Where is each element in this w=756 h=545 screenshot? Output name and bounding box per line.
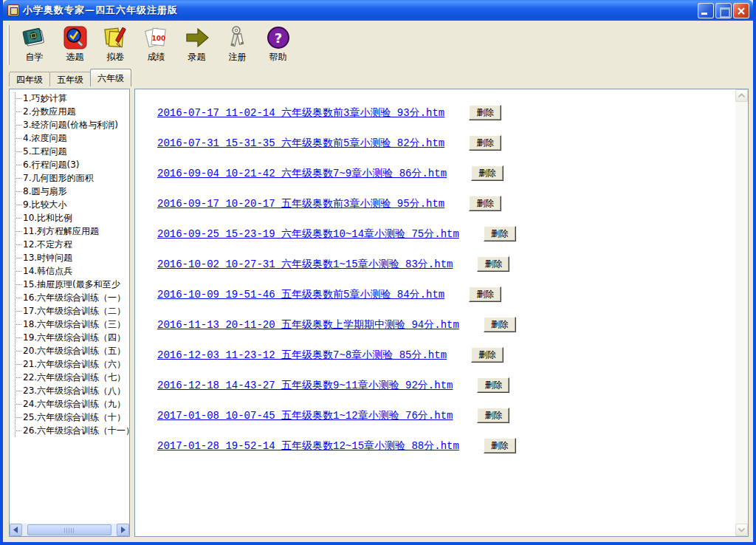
- result-file-link[interactable]: 2016-09-25_15-23-19_六年级奥数10~14章小测验_75分.h…: [157, 227, 459, 241]
- tree-item[interactable]: 20.六年级综合训练（五）: [11, 344, 129, 357]
- tree-connector-icon: [15, 417, 21, 418]
- result-row: 2016-12-03_11-23-12_五年级奥数7~8章小测验_85分.htm…: [157, 340, 748, 370]
- delete-button[interactable]: 删除: [477, 377, 509, 393]
- tree-item-label: 13.时钟问题: [23, 251, 72, 264]
- tree-item[interactable]: 21.六年级综合训练（六）: [11, 357, 129, 371]
- result-file-link[interactable]: 2016-07-17_11-02-14_六年级奥数前3章小测验_93分.htm: [157, 106, 444, 120]
- tree-connector-icon: [15, 311, 21, 312]
- toolbar-label: 成绩: [148, 52, 165, 62]
- result-row: 2017-01-28_19-52-14_五年级奥数12~15章小测验_88分.h…: [157, 431, 748, 461]
- tree-item[interactable]: 12.不定方程: [11, 238, 129, 251]
- tree-item-label: 24.六年级综合训练（九）: [23, 397, 126, 411]
- result-file-link[interactable]: 2017-01-08_10-07-45_五年级奥数1~12章小测验_76分.ht…: [157, 409, 453, 422]
- tree-connector-icon: [15, 191, 21, 192]
- result-file-link[interactable]: 2016-09-17_10-20-17_五年级奥数前3章小测验_95分.htm: [157, 197, 444, 210]
- scroll-left-arrow[interactable]: [10, 524, 22, 536]
- paper-pen-icon: [103, 24, 129, 51]
- tree-item[interactable]: 23.六年级综合训练（八）: [11, 384, 129, 397]
- tree-item[interactable]: 13.时钟问题: [11, 251, 129, 264]
- toolbar-button-select-topic[interactable]: 选题: [55, 24, 95, 65]
- tree-item[interactable]: 22.六年级综合训练（七）: [11, 371, 129, 384]
- delete-button[interactable]: 删除: [469, 196, 501, 211]
- tree-item[interactable]: 9.比较大小: [11, 198, 129, 211]
- vertical-scrollbar[interactable]: [735, 89, 748, 536]
- result-row: 2016-10-09_19-51-46_五年级奥数前5章小测验_84分.htm删…: [157, 279, 748, 309]
- horizontal-scrollbar[interactable]: [10, 524, 129, 536]
- horizontal-scrollbar-thumb[interactable]: [27, 524, 111, 535]
- delete-button[interactable]: 删除: [484, 317, 516, 332]
- tree-item[interactable]: 4.浓度问题: [11, 131, 129, 145]
- tree-item[interactable]: 10.比和比例: [11, 211, 129, 224]
- tree-item[interactable]: 1.巧妙计算: [11, 92, 129, 105]
- maximize-button[interactable]: [715, 3, 732, 18]
- toolbar-button-self-study[interactable]: 自学: [14, 24, 55, 65]
- tree-item[interactable]: 24.六年级综合训练（九）: [11, 397, 129, 411]
- tree-item[interactable]: 3.经济问题(价格与利润): [11, 118, 129, 131]
- tree-connector-icon: [15, 271, 21, 272]
- tree-item[interactable]: 19.六年级综合训练（四）: [11, 331, 129, 344]
- toolbar-button-scores[interactable]: 100 成绩: [136, 24, 176, 65]
- close-button[interactable]: [733, 3, 749, 18]
- tab-grade-5[interactable]: 五年级: [49, 72, 91, 86]
- delete-button[interactable]: 删除: [477, 256, 509, 272]
- delete-button[interactable]: 删除: [477, 408, 509, 423]
- tree-item-label: 1.巧妙计算: [23, 92, 66, 105]
- delete-button[interactable]: 删除: [469, 105, 501, 120]
- book-icon: [21, 24, 48, 51]
- toolbar-button-register[interactable]: 注册: [217, 24, 258, 65]
- result-file-link[interactable]: 2017-01-28_19-52-14_五年级奥数12~15章小测验_88分.h…: [157, 439, 459, 453]
- tree-item[interactable]: 8.圆与扇形: [11, 185, 129, 198]
- delete-button[interactable]: 删除: [471, 165, 504, 181]
- tree-item[interactable]: 17.六年级综合训练（二）: [11, 304, 129, 318]
- tree-item[interactable]: 14.韩信点兵: [11, 264, 129, 278]
- result-file-link[interactable]: 2016-10-02_10-27-31_六年级奥数1~15章小测验_83分.ht…: [157, 258, 453, 271]
- tree-item-label: 17.六年级综合训练（二）: [23, 304, 126, 318]
- scroll-down-arrow[interactable]: [735, 524, 748, 536]
- tree-connector-icon: [15, 138, 21, 139]
- delete-button[interactable]: 删除: [471, 347, 504, 363]
- toolbar-label: 帮助: [269, 52, 287, 62]
- delete-button[interactable]: 删除: [469, 135, 501, 151]
- magnifier-check-icon: [62, 24, 89, 51]
- tree-connector-icon: [15, 351, 21, 352]
- tab-grade-6[interactable]: 六年级: [90, 69, 131, 86]
- minimize-button[interactable]: [698, 3, 714, 18]
- app-icon: [7, 4, 19, 16]
- app-window: 小学奥数专家—四五六年级注册版: [0, 0, 756, 545]
- tree-item[interactable]: 6.行程问题(3): [11, 158, 129, 171]
- toolbar-label: 选题: [66, 52, 84, 62]
- tab-grade-4[interactable]: 四年级: [9, 72, 50, 86]
- scroll-right-arrow[interactable]: [117, 524, 129, 536]
- tree-item[interactable]: 7.几何图形的面积: [11, 171, 129, 185]
- tree-item[interactable]: 16.六年级综合训练（一）: [11, 291, 129, 304]
- tree-item-label: 10.比和比例: [23, 211, 72, 224]
- tree-item[interactable]: 18.六年级综合训练（三）: [11, 318, 129, 331]
- delete-button[interactable]: 删除: [484, 438, 516, 453]
- result-file-link[interactable]: 2016-07-31_15-31-35_六年级奥数前5章小测验_82分.htm: [157, 137, 444, 150]
- result-file-link[interactable]: 2016-11-13_20-11-20_五年级奥数上学期期中测验_94分.htm: [157, 318, 459, 332]
- tree-item[interactable]: 15.抽屉原理(最多和至少: [11, 278, 129, 291]
- tree-connector-icon: [15, 258, 21, 258]
- tree-item-label: 11.列方程解应用题: [23, 224, 99, 238]
- tree-item[interactable]: 5.工程问题: [11, 145, 129, 158]
- tree-item-label: 25.六年级综合训练（十）: [23, 411, 126, 424]
- tree-item-label: 21.六年级综合训练（六）: [23, 357, 126, 371]
- result-file-link[interactable]: 2016-09-04_10-21-42_六年级奥数7~9章小测验_86分.htm: [157, 167, 447, 180]
- result-file-link[interactable]: 2016-10-09_19-51-46_五年级奥数前5章小测验_84分.htm: [157, 288, 444, 301]
- tree-connector-icon: [15, 231, 21, 232]
- result-file-link[interactable]: 2016-12-18_14-43-27_五年级奥数9~11章小测验_92分.ht…: [157, 379, 453, 392]
- result-file-link[interactable]: 2016-12-03_11-23-12_五年级奥数7~8章小测验_85分.htm: [157, 349, 447, 362]
- delete-button[interactable]: 删除: [484, 226, 516, 241]
- tree-item-label: 18.六年级综合训练（三）: [23, 318, 126, 331]
- result-row: 2016-07-17_11-02-14_六年级奥数前3章小测验_93分.htm删…: [157, 97, 748, 128]
- tree-item[interactable]: 25.六年级综合训练（十）: [11, 411, 129, 424]
- tree-item[interactable]: 11.列方程解应用题: [11, 224, 129, 238]
- scroll-up-arrow[interactable]: [735, 89, 748, 102]
- toolbar-button-help[interactable]: ? 帮助: [258, 24, 298, 65]
- delete-button[interactable]: 删除: [469, 287, 501, 302]
- toolbar-button-record[interactable]: 录题: [176, 24, 217, 65]
- tree-connector-icon: [15, 205, 21, 205]
- toolbar-button-draft-paper[interactable]: 拟卷: [95, 24, 136, 65]
- tree-item[interactable]: 26.六年级综合训练（十一）: [11, 424, 129, 437]
- tree-item[interactable]: 2.分数应用题: [11, 105, 129, 118]
